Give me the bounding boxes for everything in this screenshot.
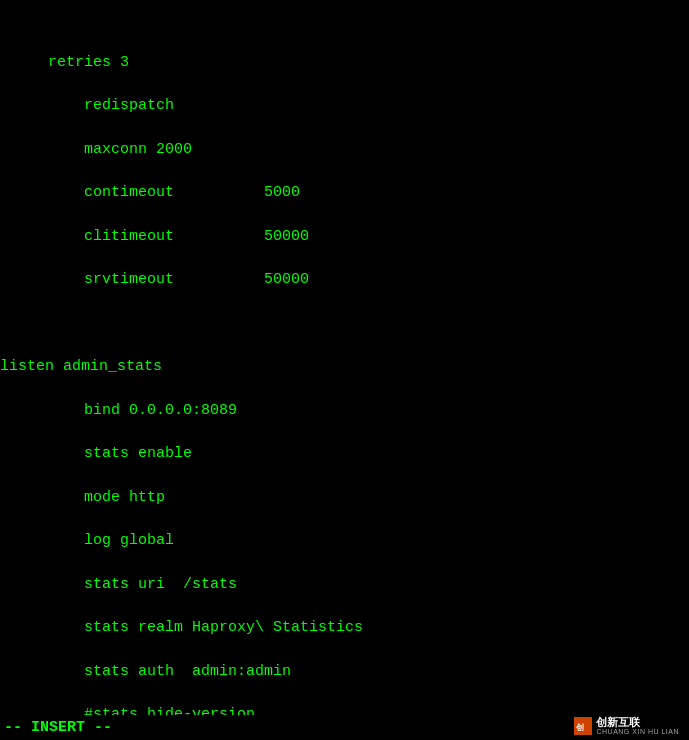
line-2: redispatch <box>0 95 689 117</box>
line-5: clitimeout 50000 <box>0 226 689 248</box>
line-3: maxconn 2000 <box>0 139 689 161</box>
insert-mode-label: -- INSERT -- <box>0 719 112 736</box>
svg-text:创: 创 <box>575 723 584 732</box>
line-stats-realm: stats realm Haproxy\ Statistics <box>0 617 689 639</box>
line-stats-uri: stats uri /stats <box>0 574 689 596</box>
watermark: 创 创新互联 CHUANG XIN HU LIAN <box>568 714 685 738</box>
watermark-chinese-text: 创新互联 <box>596 716 640 728</box>
status-bar: -- INSERT -- 创 创新互联 CHUANG XIN HU LIAN <box>0 715 689 740</box>
line-listen-admin: listen admin_stats <box>0 356 689 378</box>
line-1: retries 3 <box>0 52 689 74</box>
line-stats-enable: stats enable <box>0 443 689 465</box>
watermark-pinyin-text: CHUANG XIN HU LIAN <box>596 728 679 736</box>
line-6: srvtimeout 50000 <box>0 269 689 291</box>
line-log-global: log global <box>0 530 689 552</box>
line-stats-auth: stats auth admin:admin <box>0 661 689 683</box>
line-mode-http: mode http <box>0 487 689 509</box>
line-4: contimeout 5000 <box>0 182 689 204</box>
watermark-logo-icon: 创 <box>574 717 592 735</box>
terminal-text-area: retries 3 redispatch maxconn 2000 contim… <box>0 0 689 740</box>
line-blank-1 <box>0 313 689 335</box>
terminal-window: retries 3 redispatch maxconn 2000 contim… <box>0 0 689 740</box>
line-bind: bind 0.0.0.0:8089 <box>0 400 689 422</box>
